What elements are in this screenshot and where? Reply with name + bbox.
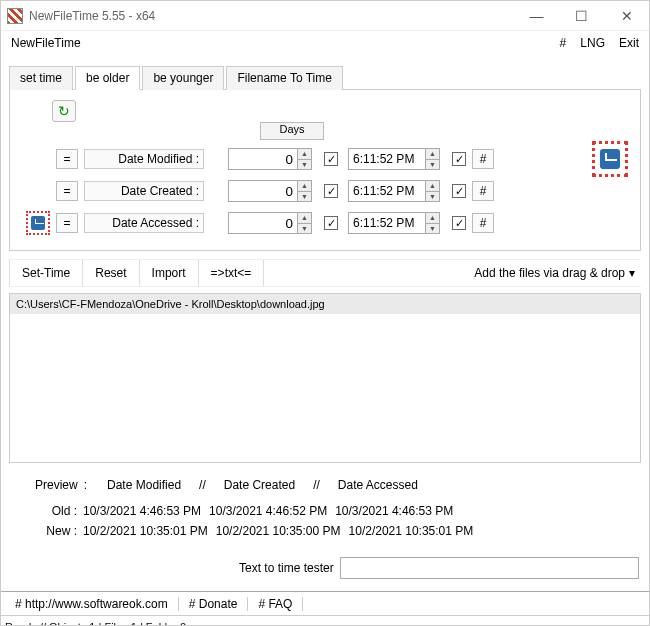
old-accessed: 10/3/2021 4:46:53 PM xyxy=(335,504,453,518)
status-bar: Ready // Objects:1 | Files:1 | Folder:0 xyxy=(1,615,649,626)
check-time-accessed[interactable]: ✓ xyxy=(452,216,466,230)
tab-strip: set time be older be younger Filename To… xyxy=(9,65,641,90)
time-spinner-created[interactable]: ▲▼ xyxy=(426,180,440,202)
app-icon xyxy=(7,8,23,24)
time-spinner-modified[interactable]: ▲▼ xyxy=(426,148,440,170)
footer-donate-link[interactable]: # Donate xyxy=(179,597,249,611)
time-input-modified[interactable] xyxy=(348,148,426,170)
label-date-created: Date Created : xyxy=(84,181,204,201)
label-date-accessed: Date Accessed : xyxy=(84,213,204,233)
new-modified: 10/2/2021 10:35:01 PM xyxy=(83,524,208,538)
refresh-icon: ↻ xyxy=(58,103,70,119)
refresh-button[interactable]: ↻ xyxy=(52,100,76,122)
app-name-menu[interactable]: NewFileTime xyxy=(11,36,81,50)
clock-icon-large xyxy=(592,141,628,177)
preview-panel: Preview : Date Modified // Date Created … xyxy=(9,471,641,549)
check-days-created[interactable]: ✓ xyxy=(324,184,338,198)
check-days-modified[interactable]: ✓ xyxy=(324,152,338,166)
title-bar: NewFileTime 5.55 - x64 — ☐ ✕ xyxy=(1,1,649,31)
close-button[interactable]: ✕ xyxy=(604,1,649,31)
text-tester-input[interactable] xyxy=(340,557,639,579)
window-title: NewFileTime 5.55 - x64 xyxy=(29,9,155,23)
preview-label: Preview xyxy=(35,478,78,492)
row-date-accessed: = Date Accessed : ▲▼ ✓ ▲▼ ✓ # xyxy=(22,210,628,236)
drag-drop-label[interactable]: Add the files via drag & drop ▾ xyxy=(474,266,635,280)
list-item[interactable]: C:\Users\CF-FMendoza\OneDrive - Kroll\De… xyxy=(10,294,640,314)
tab-set-time[interactable]: set time xyxy=(9,66,73,90)
lng-menu[interactable]: LNG xyxy=(580,36,605,50)
days-input-created[interactable] xyxy=(228,180,298,202)
label-date-modified: Date Modified : xyxy=(84,149,204,169)
reset-button[interactable]: Reset xyxy=(83,260,139,286)
days-input-accessed[interactable] xyxy=(228,212,298,234)
menu-bar: NewFileTime # LNG Exit xyxy=(1,31,649,55)
file-list[interactable]: C:\Users\CF-FMendoza\OneDrive - Kroll\De… xyxy=(9,293,641,463)
row-date-created: = Date Created : ▲▼ ✓ ▲▼ ✓ # xyxy=(22,178,628,204)
set-time-button[interactable]: Set-Time xyxy=(9,260,83,286)
import-button[interactable]: Import xyxy=(140,260,199,286)
footer-links: # http://www.softwareok.com # Donate # F… xyxy=(1,591,649,615)
eq-button-modified[interactable]: = xyxy=(56,149,78,169)
check-days-accessed[interactable]: ✓ xyxy=(324,216,338,230)
clock-icon-small xyxy=(26,211,50,235)
tab-filename-to-time[interactable]: Filename To Time xyxy=(226,66,342,90)
tab-be-older[interactable]: be older xyxy=(75,66,140,90)
hash-button-accessed[interactable]: # xyxy=(472,213,494,233)
tab-body-be-older: ↻ Days = Date Modified : ▲▼ ✓ ▲▼ ✓ # = D… xyxy=(9,90,641,251)
new-label: New : xyxy=(41,524,77,538)
new-accessed: 10/2/2021 10:35:01 PM xyxy=(349,524,474,538)
hash-button-modified[interactable]: # xyxy=(472,149,494,169)
check-time-created[interactable]: ✓ xyxy=(452,184,466,198)
footer-faq-link[interactable]: # FAQ xyxy=(248,597,303,611)
hash-menu[interactable]: # xyxy=(560,36,567,50)
time-input-accessed[interactable] xyxy=(348,212,426,234)
txt-button[interactable]: =>txt<= xyxy=(199,260,265,286)
old-modified: 10/3/2021 4:46:53 PM xyxy=(83,504,201,518)
exit-menu[interactable]: Exit xyxy=(619,36,639,50)
days-header: Days xyxy=(260,122,324,140)
footer-site-link[interactable]: # http://www.softwareok.com xyxy=(5,597,179,611)
dropdown-icon: ▾ xyxy=(629,266,635,280)
hash-button-created[interactable]: # xyxy=(472,181,494,201)
time-spinner-accessed[interactable]: ▲▼ xyxy=(426,212,440,234)
time-input-created[interactable] xyxy=(348,180,426,202)
text-to-time-tester: Text to time tester xyxy=(9,557,641,579)
days-spinner-created[interactable]: ▲▼ xyxy=(298,180,312,202)
days-input-modified[interactable] xyxy=(228,148,298,170)
new-created: 10/2/2021 10:35:00 PM xyxy=(216,524,341,538)
maximize-button[interactable]: ☐ xyxy=(559,1,604,31)
text-tester-label: Text to time tester xyxy=(239,561,334,575)
tab-be-younger[interactable]: be younger xyxy=(142,66,224,90)
action-toolbar: Set-Time Reset Import =>txt<= Add the fi… xyxy=(9,259,641,287)
minimize-button[interactable]: — xyxy=(514,1,559,31)
days-spinner-modified[interactable]: ▲▼ xyxy=(298,148,312,170)
check-time-modified[interactable]: ✓ xyxy=(452,152,466,166)
old-created: 10/3/2021 4:46:52 PM xyxy=(209,504,327,518)
days-spinner-accessed[interactable]: ▲▼ xyxy=(298,212,312,234)
row-date-modified: = Date Modified : ▲▼ ✓ ▲▼ ✓ # xyxy=(22,146,628,172)
old-label: Old : xyxy=(41,504,77,518)
eq-button-created[interactable]: = xyxy=(56,181,78,201)
eq-button-accessed[interactable]: = xyxy=(56,213,78,233)
